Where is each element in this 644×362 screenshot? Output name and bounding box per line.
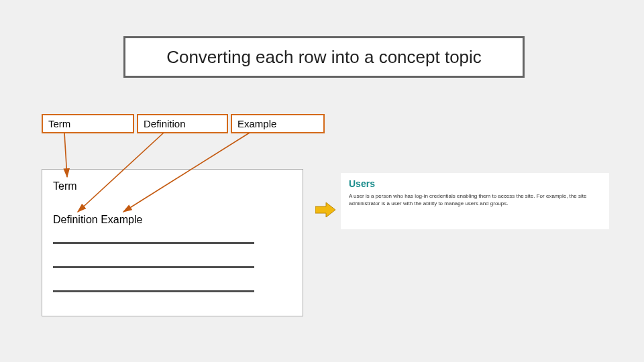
concept-topic-template: Term Definition Example (42, 169, 303, 316)
placeholder-line (53, 242, 254, 244)
placeholder-line (53, 290, 254, 292)
header-term-cell: Term (42, 114, 134, 133)
topic-body-labels: Definition Example (53, 214, 142, 226)
header-definition-cell: Definition (137, 114, 228, 133)
topic-title-label: Term (53, 180, 77, 192)
preview-heading: Users (341, 173, 609, 189)
yields-arrow-icon (315, 202, 335, 217)
rendered-preview: Users A user is a person who has log-in … (341, 173, 609, 229)
preview-body: A user is a person who has log-in creden… (341, 189, 609, 208)
slide-title: Converting each row into a concept topic (123, 36, 525, 78)
header-example-cell: Example (231, 114, 325, 133)
placeholder-line (53, 266, 254, 268)
